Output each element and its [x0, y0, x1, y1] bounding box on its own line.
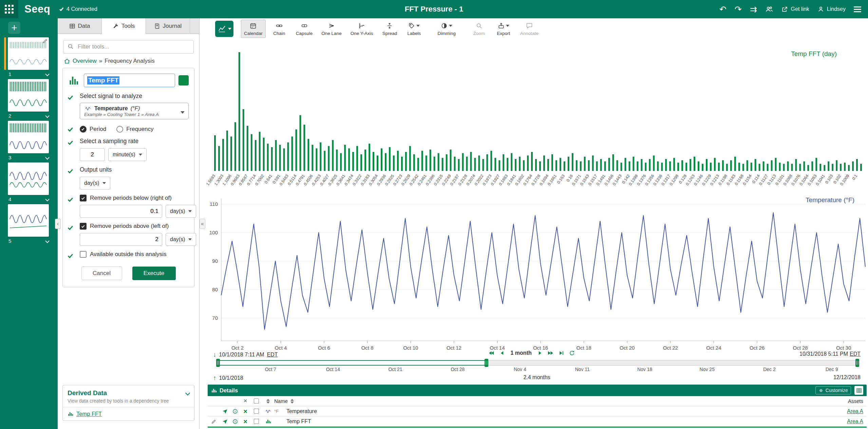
toolbar-calendar-button[interactable]: Calendar — [241, 20, 266, 38]
edit-pencil-icon[interactable] — [208, 419, 220, 424]
scrubber-track[interactable] — [217, 360, 858, 366]
remove-below-checkbox-row[interactable]: Remove periods below (right of) — [80, 195, 196, 201]
down-arrow-icon[interactable]: ↓ — [213, 351, 216, 358]
toolbar-chain-button[interactable]: Chain — [268, 20, 290, 38]
user-menu-button[interactable]: Lindsey — [817, 6, 846, 13]
step-back-large-icon[interactable] — [488, 350, 495, 356]
worksheet-preview[interactable] — [8, 121, 49, 153]
collapse-sidebar-handle[interactable]: ‹ — [55, 219, 61, 229]
step-back-icon[interactable] — [500, 350, 505, 356]
apps-grid-button[interactable] — [0, 0, 18, 18]
worksheet-preview[interactable] — [8, 37, 49, 70]
remove-below-value-input[interactable] — [80, 205, 162, 218]
toolbar-export-button[interactable]: Export — [493, 20, 514, 38]
duration-dropdown[interactable]: 1 month — [511, 350, 532, 356]
navigate-icon[interactable] — [220, 419, 230, 424]
scrubber-tick-label: Oct 21 — [388, 367, 402, 372]
sampling-unit-dropdown[interactable]: minute(s) — [108, 148, 147, 161]
refresh-icon[interactable] — [569, 350, 575, 356]
sort-icon[interactable] — [290, 399, 294, 404]
select-all-checkbox[interactable] — [254, 398, 259, 404]
start-timezone-link[interactable]: EDT — [267, 352, 278, 358]
sampling-rate-input[interactable] — [80, 148, 105, 161]
range-start-handle[interactable] — [216, 359, 220, 367]
asset-link[interactable]: Area A — [847, 408, 863, 414]
toolbar-annotate-button[interactable]: Annotate — [517, 20, 542, 38]
toolbar-zoom-button[interactable]: Zoom — [468, 20, 490, 38]
redo-icon[interactable]: ↷ — [735, 5, 742, 14]
navigate-icon[interactable] — [220, 409, 230, 414]
get-link-button[interactable]: Get link — [781, 6, 809, 13]
remove-above-value-input[interactable] — [80, 233, 162, 246]
users-icon[interactable] — [765, 5, 773, 13]
selected-range[interactable] — [218, 360, 487, 366]
derived-item-link[interactable]: Temp FFT — [76, 411, 102, 417]
toolbar-one-y-axis-button[interactable]: One Y-Axis — [347, 20, 376, 38]
up-arrow-icon[interactable]: ↑ — [213, 374, 216, 382]
remove-icon[interactable]: × — [240, 418, 250, 425]
breadcrumb-overview-link[interactable]: Overview — [73, 58, 97, 64]
step-forward-icon[interactable] — [538, 350, 543, 356]
cancel-button[interactable]: Cancel — [81, 267, 122, 280]
toolbar-spread-button[interactable]: Spread — [379, 20, 400, 38]
toolbar-capsule-button[interactable]: Capsule — [293, 20, 316, 38]
asset-link[interactable]: Area A — [847, 418, 863, 425]
row-checkbox[interactable] — [254, 419, 259, 424]
derived-data-header[interactable]: Derived Data — [63, 385, 194, 397]
worksheet-preview[interactable] — [8, 79, 49, 112]
remove-icon[interactable]: × — [240, 408, 250, 415]
fft-chart[interactable]: Temp FFT (day) 1.56931.30031.10960.96830… — [200, 39, 868, 193]
home-icon[interactable] — [64, 58, 70, 64]
investigate-end-handle[interactable] — [855, 359, 859, 367]
worksheet-preview[interactable] — [8, 162, 49, 195]
collapse-tools-panel-handle[interactable]: « — [200, 219, 205, 229]
toolbar-dimming-button[interactable]: Dimming — [434, 20, 458, 38]
connection-status-label: 4 Connected — [67, 6, 97, 12]
search-input[interactable] — [63, 40, 194, 54]
undo-icon[interactable]: ↶ — [719, 5, 727, 14]
table-view-button[interactable] — [854, 386, 863, 395]
worksheet-menu-chevron[interactable] — [45, 239, 50, 243]
remove-above-checkbox-row[interactable]: Remove periods above (left of) — [80, 223, 196, 230]
present-icon[interactable]: ⇉ — [750, 5, 757, 14]
svg-text:Oct 16: Oct 16 — [533, 345, 548, 350]
tab-tools[interactable]: Tools — [102, 18, 146, 34]
series-color-swatch[interactable] — [178, 75, 189, 85]
execute-button[interactable]: Execute — [132, 267, 176, 280]
temperature-chart[interactable]: Temperature (°F) 708090100110Oct 2Oct 4O… — [200, 190, 868, 350]
toolbar-one-lane-button[interactable]: One Lane — [318, 20, 344, 38]
info-icon[interactable] — [230, 409, 240, 414]
available-outside-checkbox-row[interactable]: Available outside this analysis — [80, 251, 189, 258]
frequency-radio[interactable]: Frequency — [116, 126, 153, 133]
step-to-end-icon[interactable] — [559, 350, 564, 356]
hamburger-menu-icon[interactable] — [854, 6, 861, 12]
signal-select-dropdown[interactable]: Temperature (°F) Example » Cooling Tower… — [80, 103, 189, 119]
row-name[interactable]: Temperature — [286, 408, 812, 414]
worksheet-preview[interactable] — [8, 204, 49, 237]
derived-data-item[interactable]: Temp FFT — [63, 407, 194, 421]
chevron-down-icon[interactable] — [185, 391, 190, 395]
worksheet-menu-chevron[interactable] — [45, 72, 50, 76]
toolbar-labels-button[interactable]: Labels — [403, 20, 425, 38]
customize-button[interactable]: Customize — [815, 386, 851, 394]
period-radio[interactable]: Period — [80, 126, 106, 133]
row-name[interactable]: Temp FFT — [286, 418, 812, 425]
worksheet-menu-chevron[interactable] — [45, 114, 50, 118]
row-checkbox[interactable] — [254, 409, 259, 414]
trend-view-button[interactable] — [215, 21, 233, 37]
remove-above-unit-dropdown[interactable]: day(s) — [166, 233, 196, 246]
end-timezone-link[interactable]: EDT — [850, 351, 861, 357]
output-unit-dropdown[interactable]: day(s) — [80, 177, 110, 190]
range-end-handle[interactable] — [485, 359, 488, 367]
remove-below-unit-dropdown[interactable]: day(s) — [166, 205, 196, 218]
worksheet-menu-chevron[interactable] — [45, 155, 50, 160]
sort-icon[interactable] — [266, 399, 270, 404]
step-forward-large-icon[interactable] — [547, 350, 554, 356]
name-column-header[interactable]: Name — [274, 398, 288, 404]
tab-data[interactable]: Data — [58, 18, 102, 34]
tab-journal[interactable]: Journal — [146, 18, 190, 34]
info-icon[interactable] — [230, 419, 240, 424]
worksheet-menu-chevron[interactable] — [45, 197, 50, 201]
new-worksheet-button[interactable]: + — [8, 22, 20, 34]
tool-name-input[interactable]: Temp FFT — [84, 74, 175, 87]
